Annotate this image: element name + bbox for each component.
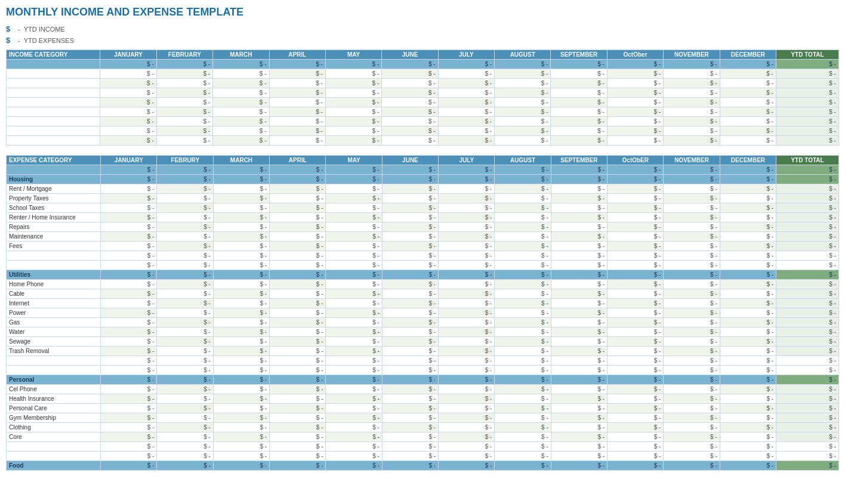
income-sub-sep: $ - bbox=[551, 60, 607, 69]
income-table: INCOME CATEGORY JANUARY FEBRUARY MARCH A… bbox=[6, 50, 839, 146]
exp-sep-header: SEPTEMBER bbox=[551, 156, 607, 165]
income-row-2: $ -$ -$ -$ -$ -$ -$ -$ -$ -$ -$ -$ - $ - bbox=[7, 79, 839, 88]
food-header: Food $ -$ -$ -$ -$ -$ -$ -$ -$ -$ -$ -$ … bbox=[7, 461, 839, 471]
exp-ytd-header: YTD TOTAL bbox=[776, 156, 839, 165]
income-sub-jun: $ - bbox=[382, 60, 438, 69]
income-sub-apr: $ - bbox=[269, 60, 325, 69]
gas-row: Gas $ -$ -$ -$ -$ -$ -$ -$ -$ -$ -$ -$ -… bbox=[7, 318, 839, 327]
income-sub-feb: $ - bbox=[156, 60, 212, 69]
exp-may-header: MAY bbox=[326, 156, 382, 165]
cell-phone-row: Cel Phone $ -$ -$ -$ -$ -$ -$ -$ -$ -$ -… bbox=[7, 385, 839, 394]
expense-dollar: $ bbox=[6, 36, 14, 45]
housing-empty-2: $ -$ -$ -$ -$ -$ -$ -$ -$ -$ -$ -$ - $ - bbox=[7, 261, 839, 270]
housing-empty-1: $ -$ -$ -$ -$ -$ -$ -$ -$ -$ -$ -$ - $ - bbox=[7, 251, 839, 261]
income-sub-may: $ - bbox=[325, 60, 381, 69]
income-sub-jan: $ - bbox=[100, 60, 156, 69]
personal-empty-1: $ -$ -$ -$ -$ -$ -$ -$ -$ -$ -$ -$ - $ - bbox=[7, 442, 839, 452]
income-jan-header: JANUARY bbox=[100, 50, 156, 60]
personal-header: Personal $ -$ -$ -$ -$ -$ -$ -$ -$ -$ -$… bbox=[7, 375, 839, 385]
expense-dash: - bbox=[18, 37, 20, 44]
exp-mar-header: MARCH bbox=[213, 156, 269, 165]
income-category-header: INCOME CATEGORY bbox=[7, 50, 100, 60]
cable-row: Cable $ -$ -$ -$ -$ -$ -$ -$ -$ -$ -$ -$… bbox=[7, 289, 839, 299]
income-dec-header: DECEMBER bbox=[720, 50, 776, 60]
personal-empty-2: $ -$ -$ -$ -$ -$ -$ -$ -$ -$ -$ -$ - $ - bbox=[7, 452, 839, 461]
page-title: MONTHLY INCOME AND EXPENSE TEMPLATE bbox=[6, 6, 839, 18]
income-jun-header: JUNE bbox=[382, 50, 438, 60]
maintenance-row: Maintenance $ -$ -$ -$ -$ -$ -$ -$ -$ -$… bbox=[7, 232, 839, 242]
exp-nov-header: NOVEMBER bbox=[664, 156, 720, 165]
exp-apr-header: APRIL bbox=[270, 156, 326, 165]
income-row-6: $ -$ -$ -$ -$ -$ -$ -$ -$ -$ -$ -$ - $ - bbox=[7, 117, 839, 126]
exp-jun-header: JUNE bbox=[382, 156, 438, 165]
exp-feb-header: FEBRURY bbox=[157, 156, 213, 165]
income-row-7: $ -$ -$ -$ -$ -$ -$ -$ -$ -$ -$ -$ - $ - bbox=[7, 126, 839, 136]
income-header-row: INCOME CATEGORY JANUARY FEBRUARY MARCH A… bbox=[7, 50, 839, 60]
clothing-row: Clothing $ -$ -$ -$ -$ -$ -$ -$ -$ -$ -$… bbox=[7, 423, 839, 432]
income-sep-header: SEPTEMBER bbox=[551, 50, 607, 60]
gym-row: Gym Membership $ -$ -$ -$ -$ -$ -$ -$ -$… bbox=[7, 413, 839, 423]
income-row-3: $ -$ -$ -$ -$ -$ -$ -$ -$ -$ -$ -$ - $ - bbox=[7, 88, 839, 98]
property-taxes-row: Property Taxes $ -$ -$ -$ -$ -$ -$ -$ -$… bbox=[7, 194, 839, 203]
exp-oct-header: OctObER bbox=[607, 156, 664, 165]
ytd-summary: $ - YTD INCOME $ - YTD EXPENSES bbox=[6, 24, 839, 45]
income-dollar: $ bbox=[6, 24, 14, 33]
income-label: YTD INCOME bbox=[24, 26, 65, 33]
personal-care-row: Personal Care $ -$ -$ -$ -$ -$ -$ -$ -$ … bbox=[7, 404, 839, 413]
housing-header: Housing $ -$ -$ -$ -$ -$ -$ -$ -$ -$ -$ … bbox=[7, 175, 839, 184]
trash-row: Trash Removal $ -$ -$ -$ -$ -$ -$ -$ -$ … bbox=[7, 347, 839, 356]
exp-dec-header: DECEMBER bbox=[720, 156, 776, 165]
income-jul-header: JULY bbox=[438, 50, 494, 60]
income-sub-jul: $ - bbox=[438, 60, 494, 69]
utilities-empty-1: $ -$ -$ -$ -$ -$ -$ -$ -$ -$ -$ -$ - $ - bbox=[7, 356, 839, 366]
power-row: Power $ -$ -$ -$ -$ -$ -$ -$ -$ -$ -$ -$… bbox=[7, 308, 839, 318]
utilities-empty-2: $ -$ -$ -$ -$ -$ -$ -$ -$ -$ -$ -$ - $ - bbox=[7, 366, 839, 375]
income-may-header: MAY bbox=[325, 50, 381, 60]
exp-jan-header: JANUARY bbox=[101, 156, 157, 165]
health-insurance-row: Health Insurance $ -$ -$ -$ -$ -$ -$ -$ … bbox=[7, 394, 839, 404]
rent-row: Rent / Mortgage $ -$ -$ -$ -$ -$ -$ -$ -… bbox=[7, 184, 839, 194]
income-subheader-row: $ - $ - $ - $ - $ - $ - $ - $ - $ - $ - … bbox=[7, 60, 839, 69]
income-aug-header: AUGUST bbox=[495, 50, 551, 60]
income-section: INCOME CATEGORY JANUARY FEBRUARY MARCH A… bbox=[6, 50, 839, 146]
expense-header-row: EXPENSE CATEGORY JANUARY FEBRURY MARCH A… bbox=[7, 156, 839, 165]
income-mar-header: MARCH bbox=[213, 50, 269, 60]
income-dash: - bbox=[18, 26, 20, 33]
ytd-expense-row: $ - YTD EXPENSES bbox=[6, 36, 839, 45]
income-sub-cat bbox=[7, 60, 100, 69]
exp-jul-header: JULY bbox=[439, 156, 495, 165]
income-apr-header: APRIL bbox=[269, 50, 325, 60]
income-feb-header: FEBRUARY bbox=[156, 50, 212, 60]
exp-aug-header: AUGUST bbox=[495, 156, 551, 165]
income-ytd-header: YTD TOTAL bbox=[776, 50, 839, 60]
ytd-income-row: $ - YTD INCOME bbox=[6, 24, 839, 33]
expense-table: EXPENSE CATEGORY JANUARY FEBRURY MARCH A… bbox=[6, 155, 839, 471]
expense-subheader-row: $ -$ -$ -$ -$ -$ -$ -$ -$ -$ -$ -$ - $ - bbox=[7, 165, 839, 175]
income-oct-header: OctOber bbox=[607, 50, 663, 60]
exp-sub-cat bbox=[7, 165, 101, 175]
income-nov-header: NOVEMBER bbox=[664, 50, 720, 60]
fees-row: Fees $ -$ -$ -$ -$ -$ -$ -$ -$ -$ -$ -$ … bbox=[7, 242, 839, 251]
income-row-8: $ -$ -$ -$ -$ -$ -$ -$ -$ -$ -$ -$ - $ - bbox=[7, 136, 839, 146]
home-phone-row: Home Phone $ -$ -$ -$ -$ -$ -$ -$ -$ -$ … bbox=[7, 280, 839, 289]
school-taxes-row: School Taxes $ -$ -$ -$ -$ -$ -$ -$ -$ -… bbox=[7, 203, 839, 213]
expense-category-header: EXPENSE CATEGORY bbox=[7, 156, 101, 165]
income-sub-aug: $ - bbox=[495, 60, 551, 69]
income-sub-oct: $ - bbox=[607, 60, 663, 69]
home-insurance-row: Renter / Home Insurance $ -$ -$ -$ -$ -$… bbox=[7, 213, 839, 222]
water-row: Water $ -$ -$ -$ -$ -$ -$ -$ -$ -$ -$ -$… bbox=[7, 327, 839, 337]
income-sub-mar: $ - bbox=[213, 60, 269, 69]
repairs-row: Repairs $ -$ -$ -$ -$ -$ -$ -$ -$ -$ -$ … bbox=[7, 222, 839, 232]
income-sub-dec: $ - bbox=[720, 60, 776, 69]
income-row-4: $ -$ -$ -$ -$ -$ -$ -$ -$ -$ -$ -$ - $ - bbox=[7, 98, 839, 107]
sewage-row: Sewage $ -$ -$ -$ -$ -$ -$ -$ -$ -$ -$ -… bbox=[7, 337, 839, 347]
expense-label: YTD EXPENSES bbox=[24, 37, 74, 44]
income-row-1: $ -$ -$ -$ -$ -$ -$ -$ -$ -$ -$ -$ - $ - bbox=[7, 69, 839, 79]
income-sub-nov: $ - bbox=[664, 60, 720, 69]
personal-label-row: Core $ -$ -$ -$ -$ -$ -$ -$ -$ -$ -$ -$ … bbox=[7, 432, 839, 442]
expense-section: EXPENSE CATEGORY JANUARY FEBRURY MARCH A… bbox=[6, 155, 839, 471]
income-sub-ytd: $ - bbox=[776, 60, 839, 69]
utilities-header: Utilities $ -$ -$ -$ -$ -$ -$ -$ -$ -$ -… bbox=[7, 270, 839, 280]
internet-row: Internet $ -$ -$ -$ -$ -$ -$ -$ -$ -$ -$… bbox=[7, 299, 839, 308]
income-row-5: $ -$ -$ -$ -$ -$ -$ -$ -$ -$ -$ -$ - $ - bbox=[7, 107, 839, 117]
